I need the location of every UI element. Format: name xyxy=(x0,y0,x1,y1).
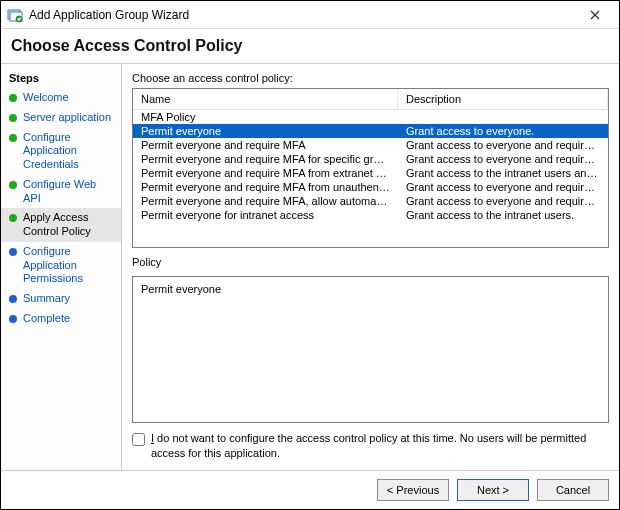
policy-row[interactable]: Permit everyone and require MFA, allow a… xyxy=(133,194,608,208)
main-area: Steps Welcome Server application Configu… xyxy=(1,63,619,470)
step-apply-access-control[interactable]: Apply Access Control Policy xyxy=(1,208,121,242)
step-complete[interactable]: Complete xyxy=(1,309,121,329)
cell-name: Permit everyone and require MFA for spec… xyxy=(133,153,398,165)
label-rest: do not want to configure the access cont… xyxy=(151,432,586,458)
policy-row[interactable]: Permit everyone for intranet access Gran… xyxy=(133,208,608,222)
bullet-icon xyxy=(9,295,17,303)
cell-name: Permit everyone for intranet access xyxy=(133,209,398,221)
policy-list-label: Choose an access control policy: xyxy=(132,70,609,88)
step-summary[interactable]: Summary xyxy=(1,289,121,309)
cell-name: Permit everyone and require MFA from ext… xyxy=(133,167,398,179)
cell-name: Permit everyone and require MFA from una… xyxy=(133,181,398,193)
policy-row[interactable]: Permit everyone and require MFA from una… xyxy=(133,180,608,194)
steps-header: Steps xyxy=(1,68,121,88)
cell-desc: Grant access to everyone and require MFA… xyxy=(398,181,608,193)
cell-name: Permit everyone and require MFA xyxy=(133,139,398,151)
step-server-application[interactable]: Server application xyxy=(1,108,121,128)
bullet-icon xyxy=(9,114,17,122)
policy-row[interactable]: MFA Policy xyxy=(133,110,608,124)
step-label: Server application xyxy=(23,111,115,125)
step-configure-permissions[interactable]: Configure Application Permissions xyxy=(1,242,121,289)
cell-desc: Grant access to everyone and require MFA… xyxy=(398,153,608,165)
close-button[interactable] xyxy=(577,3,613,27)
step-label: Complete xyxy=(23,312,115,326)
policy-row[interactable]: Permit everyone and require MFA from ext… xyxy=(133,166,608,180)
cell-desc xyxy=(398,111,608,123)
bullet-icon xyxy=(9,94,17,102)
close-icon xyxy=(590,10,600,20)
step-label: Welcome xyxy=(23,91,115,105)
skip-policy-label[interactable]: I do not want to configure the access co… xyxy=(151,431,609,460)
cell-desc: Grant access to the intranet users and r… xyxy=(398,167,608,179)
step-welcome[interactable]: Welcome xyxy=(1,88,121,108)
cell-desc: Grant access to everyone. xyxy=(398,125,608,137)
bullet-icon xyxy=(9,134,17,142)
next-button[interactable]: Next > xyxy=(457,479,529,501)
bullet-icon xyxy=(9,248,17,256)
grid-body[interactable]: MFA Policy Permit everyone Grant access … xyxy=(133,110,608,247)
policy-section-label: Policy xyxy=(132,254,609,272)
cell-name: MFA Policy xyxy=(133,111,398,123)
steps-sidebar: Steps Welcome Server application Configu… xyxy=(1,64,122,470)
cell-name: Permit everyone and require MFA, allow a… xyxy=(133,195,398,207)
content-area: Choose an access control policy: Name De… xyxy=(122,64,619,470)
step-label: Configure Application Credentials xyxy=(23,131,115,172)
grid-header: Name Description xyxy=(133,89,608,110)
page-heading: Choose Access Control Policy xyxy=(1,29,619,63)
app-icon xyxy=(7,7,23,23)
step-configure-web-api[interactable]: Configure Web API xyxy=(1,175,121,209)
policy-row-selected[interactable]: Permit everyone Grant access to everyone… xyxy=(133,124,608,138)
cell-name: Permit everyone xyxy=(133,125,398,137)
cell-desc: Grant access to the intranet users. xyxy=(398,209,608,221)
step-label: Configure Application Permissions xyxy=(23,245,115,286)
titlebar: Add Application Group Wizard xyxy=(1,1,619,29)
policy-row[interactable]: Permit everyone and require MFA for spec… xyxy=(133,152,608,166)
cell-desc: Grant access to everyone and require MFA… xyxy=(398,139,608,151)
skip-policy-checkbox[interactable] xyxy=(132,433,145,446)
bullet-icon xyxy=(9,214,17,222)
step-label: Configure Web API xyxy=(23,178,115,206)
bullet-icon xyxy=(9,315,17,323)
step-label: Summary xyxy=(23,292,115,306)
policy-detail-box: Permit everyone xyxy=(132,276,609,423)
step-configure-credentials[interactable]: Configure Application Credentials xyxy=(1,128,121,175)
column-name[interactable]: Name xyxy=(133,89,398,109)
cancel-button[interactable]: Cancel xyxy=(537,479,609,501)
policy-detail-text: Permit everyone xyxy=(141,283,221,295)
skip-policy-checkbox-row: I do not want to configure the access co… xyxy=(132,423,609,464)
step-label: Apply Access Control Policy xyxy=(23,211,115,239)
policy-row[interactable]: Permit everyone and require MFA Grant ac… xyxy=(133,138,608,152)
bullet-icon xyxy=(9,181,17,189)
policy-grid: Name Description MFA Policy Permit every… xyxy=(132,88,609,248)
previous-button[interactable]: < Previous xyxy=(377,479,449,501)
wizard-footer: < Previous Next > Cancel xyxy=(1,470,619,509)
window-title: Add Application Group Wizard xyxy=(29,8,577,22)
column-description[interactable]: Description xyxy=(398,89,608,109)
cell-desc: Grant access to everyone and require MFA… xyxy=(398,195,608,207)
